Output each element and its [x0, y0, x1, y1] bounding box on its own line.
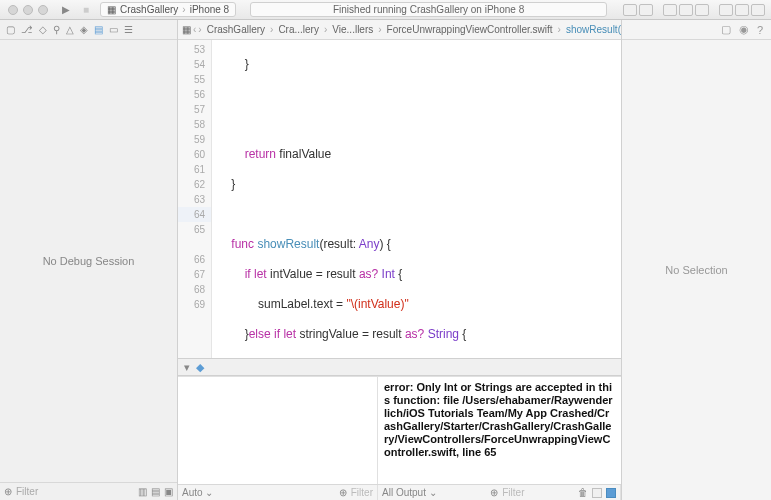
navigator-panel: ▢ ⎇ ◇ ⚲ △ ◈ ▤ ▭ ☰ No Debug Session ⊕ Fil…: [0, 20, 178, 500]
help-inspector-icon[interactable]: ?: [757, 24, 763, 36]
chevron-right-icon: ›: [182, 4, 185, 15]
scheme-selector[interactable]: ▦ CrashGallery › iPhone 8: [100, 2, 236, 17]
test-icon[interactable]: ◈: [80, 24, 88, 35]
inspector-panel: ▢ ◉ ? No Selection: [621, 20, 771, 500]
toggle-bottom-panel-button[interactable]: [735, 4, 749, 16]
navigator-empty-state: No Debug Session: [0, 40, 177, 482]
crumb-project[interactable]: CrashGallery: [204, 24, 268, 35]
breakpoint-icon[interactable]: ▭: [109, 24, 118, 35]
toggle-left-panel-button[interactable]: [719, 4, 733, 16]
main-area: ▢ ⎇ ◇ ⚲ △ ◈ ▤ ▭ ☰ No Debug Session ⊕ Fil…: [0, 20, 771, 500]
filter-recent-icon[interactable]: ▤: [151, 486, 160, 497]
auto-scope-selector[interactable]: Auto ⌄: [182, 487, 213, 498]
stop-button[interactable]: ■: [76, 4, 96, 15]
variables-view[interactable]: [178, 377, 378, 484]
zoom-icon[interactable]: [38, 5, 48, 15]
debug-area: error: Only Int or Strings are accepted …: [178, 376, 621, 484]
source-control-icon[interactable]: ⎇: [21, 24, 33, 35]
activity-status: Finished running CrashGallery on iPhone …: [250, 2, 607, 17]
source-editor[interactable]: 5354555657585960616263646566676869 } ret…: [178, 40, 621, 358]
run-button[interactable]: ▶: [56, 4, 76, 15]
main-toolbar: ▶ ■ ▦ CrashGallery › iPhone 8 Finished r…: [0, 0, 771, 20]
scheme-target-label: CrashGallery: [120, 4, 178, 15]
output-scope-selector[interactable]: All Output ⌄: [382, 487, 437, 498]
navigator-filter-input[interactable]: Filter: [16, 486, 134, 497]
symbol-icon[interactable]: ◇: [39, 24, 47, 35]
hide-debug-icon[interactable]: ▾: [184, 361, 190, 374]
console-text: error: Only Int or Strings are accepted …: [384, 381, 613, 458]
code-content[interactable]: } return finalValue } func showResult(re…: [212, 40, 621, 358]
debug-bar: ▾ ◆: [178, 358, 621, 376]
file-inspector-icon[interactable]: ▢: [721, 23, 731, 36]
filter-scope-icon[interactable]: ▥: [138, 486, 147, 497]
app-icon: ▦: [107, 4, 116, 15]
status-text: Finished running CrashGallery on iPhone …: [333, 4, 524, 15]
minimize-icon[interactable]: [23, 5, 33, 15]
vars-filter-icon[interactable]: ⊕: [339, 487, 347, 498]
folder-icon[interactable]: ▢: [6, 24, 15, 35]
filter-icon[interactable]: ⊕: [4, 486, 12, 497]
plus-button[interactable]: [623, 4, 637, 16]
history-inspector-icon[interactable]: ◉: [739, 23, 749, 36]
vars-filter-input[interactable]: Filter: [351, 487, 373, 498]
line-gutter: 5354555657585960616263646566676869: [178, 40, 212, 358]
related-items-icon[interactable]: ▦: [182, 24, 191, 35]
editor-area: ▦ ‹ › CrashGallery› Cra...lery› Vie...ll…: [178, 20, 621, 500]
debug-footer: Auto ⌄ ⊕ Filter All Output ⌄ ⊕ Filter 🗑: [178, 484, 621, 500]
crumb-file[interactable]: ForceUnwrappingViewController.swift: [384, 24, 556, 35]
editor-version-button[interactable]: [695, 4, 709, 16]
no-selection-label: No Selection: [665, 264, 727, 276]
crumb-group[interactable]: Vie...llers: [329, 24, 376, 35]
issue-icon[interactable]: △: [66, 24, 74, 35]
forward-button[interactable]: ›: [198, 24, 201, 35]
editor-assistant-button[interactable]: [679, 4, 693, 16]
toolbar-right-group: [617, 4, 771, 16]
crumb-folder[interactable]: Cra...lery: [275, 24, 322, 35]
inspector-empty-state: No Selection: [622, 40, 771, 500]
filter-scm-icon[interactable]: ▣: [164, 486, 173, 497]
close-icon[interactable]: [8, 5, 18, 15]
console-filter-icon[interactable]: ⊕: [490, 487, 498, 498]
breakpoints-toggle-icon[interactable]: ◆: [196, 361, 204, 374]
navigator-selector-bar: ▢ ⎇ ◇ ⚲ △ ◈ ▤ ▭ ☰: [0, 20, 177, 40]
clear-console-icon[interactable]: 🗑: [578, 487, 588, 498]
scheme-device-label: iPhone 8: [190, 4, 229, 15]
library-button[interactable]: [639, 4, 653, 16]
console-filter-input[interactable]: Filter: [502, 487, 524, 498]
back-button[interactable]: ‹: [193, 24, 196, 35]
debug-icon[interactable]: ▤: [94, 24, 103, 35]
toggle-vars-icon[interactable]: [592, 488, 602, 498]
navigator-filter-bar: ⊕ Filter ▥ ▤ ▣: [0, 482, 177, 500]
no-debug-label: No Debug Session: [43, 255, 135, 267]
editor-standard-button[interactable]: [663, 4, 677, 16]
jump-bar[interactable]: ▦ ‹ › CrashGallery› Cra...lery› Vie...ll…: [178, 20, 621, 40]
window-controls: [0, 5, 56, 15]
find-icon[interactable]: ⚲: [53, 24, 60, 35]
inspector-selector-bar: ▢ ◉ ?: [622, 20, 771, 40]
report-icon[interactable]: ☰: [124, 24, 133, 35]
console-output[interactable]: error: Only Int or Strings are accepted …: [378, 377, 621, 484]
toggle-console-icon[interactable]: [606, 488, 616, 498]
toggle-right-panel-button[interactable]: [751, 4, 765, 16]
